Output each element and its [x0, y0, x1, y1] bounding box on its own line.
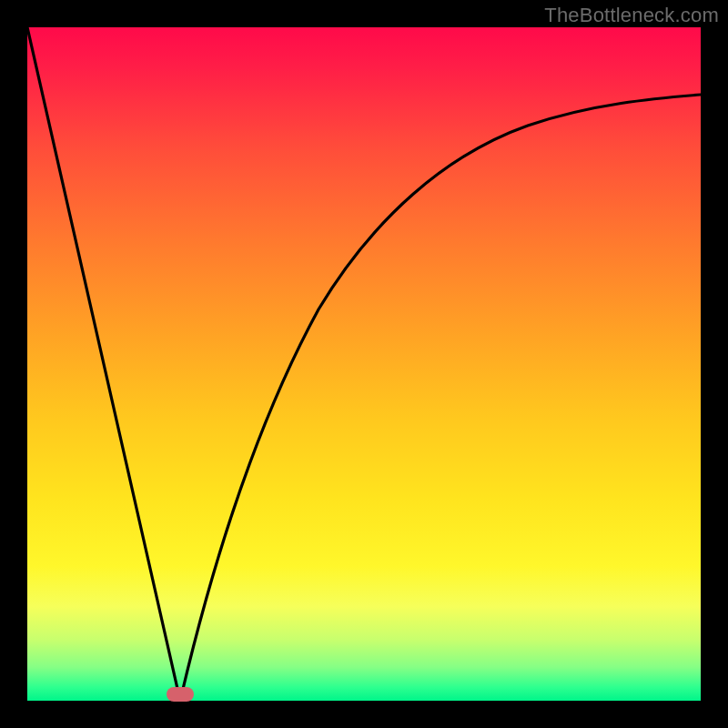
curve-right-branch [180, 95, 701, 701]
attribution-label: TheBottleneck.com [544, 4, 719, 27]
optimum-marker [167, 687, 194, 702]
plot-area [27, 27, 701, 701]
curve-left-branch [27, 27, 180, 701]
bottleneck-curve [27, 27, 701, 701]
chart-frame: TheBottleneck.com [0, 0, 728, 728]
